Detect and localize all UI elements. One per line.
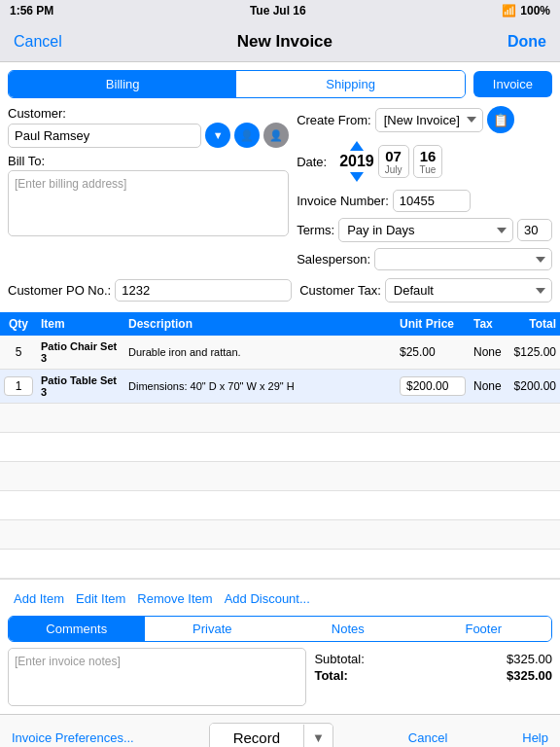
date-day-value: 16 (420, 148, 437, 164)
bill-to-area[interactable]: [Enter billing address] (8, 170, 289, 236)
customer-label: Customer: (8, 106, 289, 121)
create-from-row: Create From: [New Invoice] 📋 (297, 106, 552, 133)
col-unit-price: Unit Price (396, 312, 470, 336)
date-day-sub: Tue (420, 164, 437, 175)
create-from-icon[interactable]: 📋 (487, 106, 514, 133)
add-discount-button[interactable]: Add Discount... (219, 587, 316, 610)
table-row-empty (0, 404, 560, 433)
col-description: Description (124, 312, 396, 336)
invoice-preferences-link[interactable]: Invoice Preferences... (12, 730, 134, 745)
row2-tax: None (470, 370, 507, 404)
edit-item-button[interactable]: Edit Item (70, 587, 131, 610)
subtotal-value: $325.00 (507, 652, 552, 666)
row2-qty[interactable] (0, 370, 37, 404)
add-item-button[interactable]: Add Item (8, 587, 70, 610)
footer-help-button[interactable]: Help (522, 730, 548, 745)
record-button[interactable]: Record (210, 724, 303, 747)
date-month-picker[interactable]: 07 July (378, 145, 409, 178)
customer-tax-row: Customer Tax: Default (299, 278, 552, 302)
invoice-number-label: Invoice Number: (297, 194, 389, 208)
row2-item: Patio Table Set 3 (37, 370, 124, 404)
tab-footer[interactable]: Footer (416, 617, 552, 641)
qty-input[interactable] (4, 376, 33, 396)
terms-days-input[interactable] (517, 219, 552, 241)
row2-total: $200.00 (507, 370, 560, 404)
row2-unit-price[interactable] (396, 370, 470, 404)
table-row: 5 Patio Chair Set 3 Durable iron and rat… (0, 336, 560, 370)
form-body: Customer: ▼ 👤 👤 Bill To: [Enter billing … (0, 98, 560, 274)
date-year-picker[interactable]: 2019 (339, 139, 374, 184)
salesperson-label: Salesperson: (297, 252, 370, 267)
totals-box: Subtotal: $325.00 Total: $325.00 (314, 648, 552, 706)
date-year-value: 2019 (339, 153, 374, 170)
remove-item-button[interactable]: Remove Item (131, 587, 218, 610)
total-row: Total: $325.00 (314, 668, 552, 683)
top-tabs-row: Billing Shipping Invoice (0, 62, 560, 98)
battery-icon: 100% (520, 4, 550, 18)
row2-description: Dimensions: 40" D x 70" W x 29" H (124, 370, 396, 404)
status-day: Tue Jul 16 (250, 4, 306, 18)
footer-cancel-button[interactable]: Cancel (408, 730, 447, 745)
tab-invoice[interactable]: Invoice (473, 71, 552, 97)
bill-to-placeholder: [Enter billing address] (15, 177, 126, 191)
po-tax-row: Customer PO No.: Customer Tax: Default (0, 274, 560, 306)
price-input[interactable] (400, 376, 466, 396)
col-total: Total (507, 312, 560, 336)
footer-bar: Invoice Preferences... Record ▼ Cancel H… (0, 714, 560, 747)
col-tax: Tax (470, 312, 507, 336)
date-month-value: 07 (385, 148, 402, 164)
date-month-day: 07 July 16 Tue (378, 145, 443, 178)
left-column: Customer: ▼ 👤 👤 Bill To: [Enter billing … (8, 106, 289, 274)
done-button[interactable]: Done (508, 33, 546, 51)
customer-tax-select[interactable]: Default (385, 278, 552, 302)
terms-row: Terms: Pay in Days (297, 218, 552, 242)
row1-unit-price: $25.00 (396, 336, 470, 370)
subtotal-label: Subtotal: (314, 652, 364, 666)
tab-comments[interactable]: Comments (9, 617, 145, 641)
salesperson-row: Salesperson: (297, 248, 552, 270)
table-row[interactable]: Patio Table Set 3 Dimensions: 40" D x 70… (0, 370, 560, 404)
date-label: Date: (297, 155, 335, 169)
wifi-icon: 📶 (502, 4, 516, 18)
subtotal-row: Subtotal: $325.00 (314, 652, 552, 666)
row1-item: Patio Chair Set 3 (37, 336, 124, 370)
comment-tabs: Comments Private Notes Footer (8, 616, 552, 642)
record-dropdown-button[interactable]: ▼ (303, 725, 332, 747)
table-header: Qty Item Description Unit Price Tax Tota… (0, 312, 560, 336)
table-row-empty (0, 433, 560, 462)
terms-label: Terms: (297, 223, 334, 237)
salesperson-select[interactable] (374, 248, 552, 270)
status-icons: 📶 100% (502, 4, 550, 18)
row1-tax: None (470, 336, 507, 370)
create-from-select[interactable]: [New Invoice] (375, 108, 483, 132)
col-qty: Qty (0, 312, 37, 336)
table-row-empty (0, 462, 560, 491)
customer-add-btn[interactable]: 👤 (263, 123, 289, 148)
date-day-picker[interactable]: 16 Tue (413, 145, 443, 178)
notes-area[interactable]: [Enter invoice notes] (8, 648, 306, 706)
cancel-button[interactable]: Cancel (14, 33, 62, 51)
tab-shipping[interactable]: Shipping (236, 71, 464, 97)
customer-name-input[interactable] (8, 124, 201, 148)
customer-dropdown-btn[interactable]: ▼ (205, 123, 230, 148)
nav-bar: Cancel New Invoice Done (0, 21, 560, 62)
customer-row: ▼ 👤 👤 (8, 123, 289, 148)
table-row-empty (0, 520, 560, 550)
invoice-number-input[interactable] (393, 190, 471, 212)
total-value: $325.00 (507, 668, 552, 683)
table-body: 5 Patio Chair Set 3 Durable iron and rat… (0, 336, 560, 579)
create-from-label: Create From: (297, 113, 371, 127)
tab-private[interactable]: Private (145, 617, 281, 641)
status-time: 1:56 PM (10, 4, 53, 18)
tab-notes[interactable]: Notes (280, 617, 416, 641)
invoice-num-row: Invoice Number: (297, 190, 552, 212)
customer-po-input[interactable] (115, 279, 292, 302)
tab-billing[interactable]: Billing (9, 71, 236, 97)
page-title: New Invoice (237, 32, 332, 52)
terms-select[interactable]: Pay in Days (338, 218, 513, 242)
row1-description: Durable iron and rattan. (124, 336, 396, 370)
right-column: Create From: [New Invoice] 📋 Date: 2019 … (297, 106, 552, 274)
customer-search-btn[interactable]: 👤 (234, 123, 260, 148)
customer-tax-label: Customer Tax: (299, 283, 381, 298)
billing-shipping-tabs: Billing Shipping (8, 70, 466, 98)
